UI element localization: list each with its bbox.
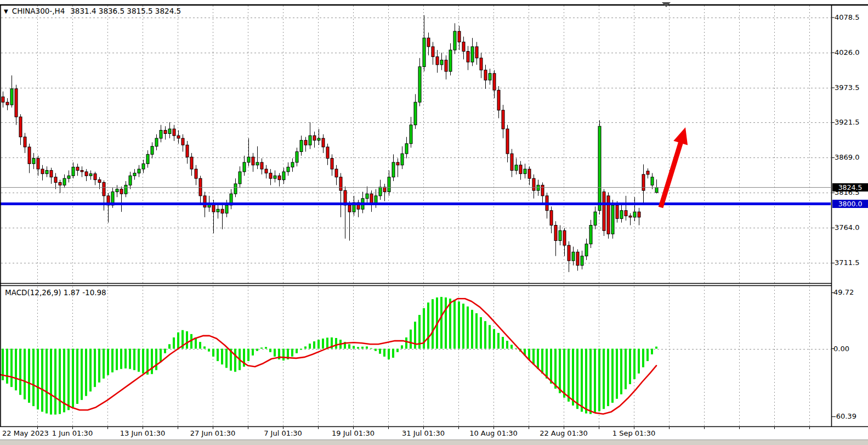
macd-bar <box>497 333 500 349</box>
bear-candle-body <box>6 102 9 105</box>
bull-candle-body <box>611 205 614 234</box>
macd-bar <box>401 345 403 348</box>
macd-bar <box>124 349 127 369</box>
bear-candle-body <box>480 58 483 70</box>
bull-candle-body <box>282 172 285 180</box>
bull-candle-body <box>423 38 426 66</box>
mt4-chart-window: 4078.54026.03973.53921.53869.03816.53764… <box>0 0 868 445</box>
macd-bar <box>296 349 298 353</box>
bear-candle-body <box>528 169 531 178</box>
bear-candle-body <box>616 205 619 218</box>
chart-canvas[interactable] <box>0 0 868 445</box>
bull-candle-body <box>168 129 171 134</box>
bull-candle-body <box>296 151 298 162</box>
bear-candle-body <box>98 180 101 183</box>
macd-bar <box>467 307 469 349</box>
bear-candle-body <box>331 159 333 170</box>
bear-candle-body <box>103 182 105 195</box>
bear-candle-body <box>554 226 557 241</box>
bear-candle-body <box>462 42 465 51</box>
macd-bar <box>282 349 285 361</box>
bull-candle-body <box>146 154 149 164</box>
bear-candle-body <box>506 129 509 154</box>
bull-candle-body <box>489 74 491 80</box>
bull-candle-body <box>537 185 540 190</box>
macd-bar <box>155 349 157 370</box>
macd-bar <box>107 349 109 375</box>
macd-bar <box>392 349 394 358</box>
macd-bar <box>59 349 61 414</box>
macd-bar <box>646 349 649 362</box>
bear-candle-body <box>510 154 513 170</box>
bear-candle-body <box>173 129 175 136</box>
bear-candle-body <box>396 162 399 165</box>
macd-bar <box>449 298 451 348</box>
bear-candle-body <box>252 157 254 165</box>
macd-bar <box>41 349 43 412</box>
macd-bar <box>32 349 35 407</box>
trend-arrow[interactable] <box>659 127 688 208</box>
macd-bar <box>611 349 614 403</box>
macd-bar <box>629 349 631 385</box>
macd-bar <box>164 349 166 353</box>
bull-candle-body <box>291 162 294 167</box>
bear-candle-body <box>199 178 202 196</box>
macd-bar <box>563 349 565 398</box>
macd-bar <box>506 341 508 348</box>
bear-candle-body <box>195 169 197 178</box>
bear-candle-body <box>278 176 281 179</box>
bull-candle-body <box>287 167 290 172</box>
macd-bar <box>10 349 13 387</box>
bear-candle-body <box>497 90 500 110</box>
macd-bar <box>541 349 543 374</box>
symbol-timeframe-label: CHINA300-,H4 <box>12 7 65 15</box>
bull-candle-body <box>225 205 228 213</box>
bull-candle-body <box>142 164 145 169</box>
bull-candle-body <box>598 126 601 211</box>
candlestick-series <box>2 15 658 272</box>
bear-candle-body <box>313 136 316 140</box>
bear-candle-body <box>541 185 544 196</box>
bear-candle-body <box>432 47 434 57</box>
macd-bar <box>133 349 135 370</box>
macd-bar <box>625 349 627 390</box>
bear-candle-body <box>15 89 18 117</box>
bear-candle-body <box>519 165 522 174</box>
bear-candle-body <box>50 171 53 177</box>
macd-bar <box>94 349 96 387</box>
macd-bar <box>532 349 535 365</box>
macd-bar <box>493 329 495 349</box>
macd-bar <box>304 346 307 348</box>
bull-candle-body <box>405 144 408 154</box>
macd-bar <box>103 349 105 379</box>
window-bottom-strip <box>0 440 868 445</box>
bear-candle-body <box>348 205 351 212</box>
chart-header: ▼CHINA300-,H43831.4 3836.5 3815.5 3824.5 <box>4 7 181 15</box>
symbol-dropdown-icon[interactable]: ▼ <box>4 8 8 14</box>
bear-candle-body <box>568 245 570 261</box>
bear-candle-body <box>532 178 535 190</box>
bull-candle-body <box>651 177 654 185</box>
bull-candle-body <box>418 67 421 103</box>
bull-candle-body <box>133 173 136 176</box>
bear-candle-body <box>445 60 447 71</box>
bear-candle-body <box>607 196 610 234</box>
bear-candle-body <box>629 216 632 217</box>
bear-candle-body <box>550 211 553 226</box>
macd-bar <box>383 349 385 357</box>
macd-bar <box>322 339 324 348</box>
bull-candle-body <box>116 189 118 192</box>
macd-bar <box>440 297 442 348</box>
bull-candle-body <box>63 178 66 185</box>
macd-bar <box>186 331 188 349</box>
bull-candle-body <box>256 162 259 165</box>
bull-candle-body <box>32 159 35 164</box>
bull-candle-body <box>515 165 518 171</box>
macd-bar <box>138 349 140 372</box>
macd-bar <box>173 337 175 349</box>
bull-candle-body <box>414 102 417 125</box>
bear-candle-body <box>186 145 189 157</box>
bull-candle-body <box>572 252 575 261</box>
macd-bar <box>81 349 83 400</box>
macd-bar <box>98 349 100 383</box>
